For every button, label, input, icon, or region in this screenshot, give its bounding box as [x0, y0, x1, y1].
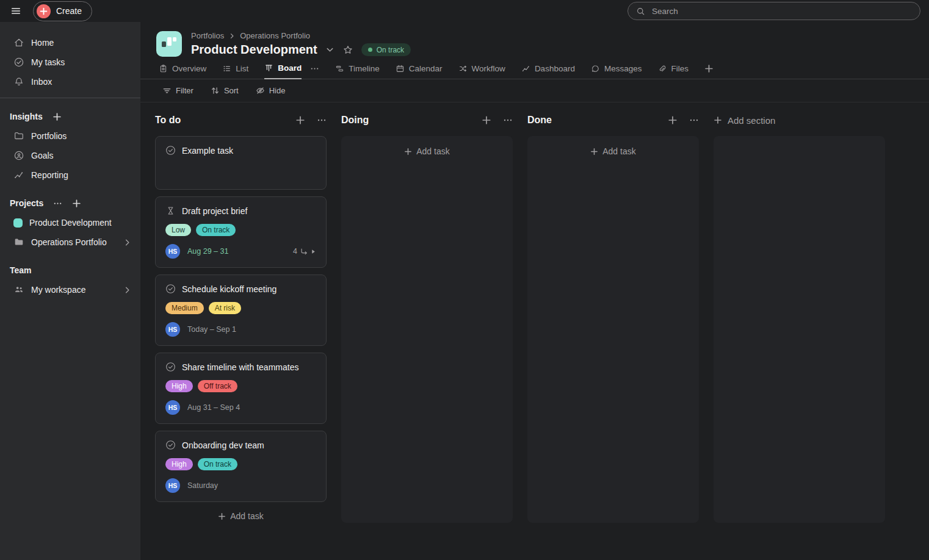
tab-more-button[interactable]: [310, 64, 319, 79]
tab-timeline[interactable]: Timeline: [335, 64, 380, 79]
tab-messages[interactable]: Messages: [591, 64, 642, 79]
task-card[interactable]: Example task: [155, 136, 327, 190]
column-more-icon[interactable]: [689, 115, 699, 125]
clipboard-icon: [159, 64, 168, 73]
avatar[interactable]: HS: [165, 478, 180, 493]
sort-button[interactable]: Sort: [211, 86, 239, 95]
workflow-icon: [458, 64, 468, 73]
sidebar-item-label: Inbox: [31, 77, 52, 87]
column-drop-area[interactable]: Add task: [527, 136, 699, 523]
tab-workflow[interactable]: Workflow: [458, 64, 505, 79]
avatar[interactable]: HS: [165, 322, 180, 337]
sidebar-item-label: My workspace: [31, 285, 85, 295]
status-dot-icon: [368, 48, 372, 52]
priority-tag[interactable]: Medium: [165, 302, 204, 314]
search-bar[interactable]: [627, 2, 920, 20]
sidebar-item-inbox[interactable]: Inbox: [0, 72, 140, 92]
sidebar-item-home[interactable]: Home: [0, 33, 140, 52]
plus-icon: [590, 148, 598, 156]
chevron-right-icon[interactable]: [123, 238, 132, 247]
tab-board[interactable]: Board: [264, 63, 302, 79]
add-task-button[interactable]: Add task: [404, 146, 449, 156]
subtask-indicator[interactable]: 4: [293, 247, 316, 256]
task-title: Onboarding dev team: [182, 440, 264, 450]
task-card[interactable]: Onboarding dev team High On track HS Sat…: [155, 431, 327, 502]
due-date: Aug 29 – 31: [187, 247, 228, 256]
avatar[interactable]: HS: [165, 400, 180, 415]
tab-files[interactable]: Files: [657, 64, 689, 79]
add-section-label: Add section: [728, 115, 775, 126]
status-badge[interactable]: On track: [361, 43, 411, 56]
filter-button[interactable]: Filter: [162, 86, 193, 95]
board-icon: [264, 63, 273, 73]
create-button[interactable]: Create: [33, 1, 92, 21]
sidebar-toggle-button[interactable]: [9, 4, 23, 18]
search-input[interactable]: [651, 6, 912, 16]
chevron-down-icon[interactable]: [325, 45, 334, 54]
sidebar-item-label: Operations Portfolio: [31, 237, 107, 247]
check-circle-icon[interactable]: [165, 440, 176, 450]
tab-label: Dashboard: [535, 64, 575, 73]
breadcrumb-operations-portfolio[interactable]: Operations Portfolio: [240, 31, 310, 40]
add-insight-icon[interactable]: [52, 112, 62, 121]
add-task-icon[interactable]: [482, 115, 491, 125]
column-more-icon[interactable]: [503, 115, 513, 125]
status-tag[interactable]: At risk: [209, 302, 241, 314]
sidebar-item-reporting[interactable]: Reporting: [0, 165, 140, 185]
add-section-button[interactable]: Add section: [714, 115, 775, 126]
task-card[interactable]: Share timeline with teammates High Off t…: [155, 353, 327, 424]
check-circle-icon[interactable]: [165, 362, 176, 372]
breadcrumb-portfolios[interactable]: Portfolios: [191, 31, 224, 40]
priority-tag[interactable]: High: [165, 458, 193, 470]
board-toolbar: Filter Sort Hide: [140, 79, 929, 102]
column-more-icon[interactable]: [317, 115, 327, 125]
tab-overview[interactable]: Overview: [159, 64, 206, 79]
due-date: Today – Sep 1: [187, 325, 236, 334]
top-bar: Create: [0, 0, 929, 22]
tab-calendar[interactable]: Calendar: [396, 64, 443, 79]
sidebar-item-portfolios[interactable]: Portfolios: [0, 126, 140, 146]
priority-tag[interactable]: Low: [165, 224, 191, 236]
priority-tag[interactable]: High: [165, 380, 193, 392]
column-header: Done: [527, 113, 699, 127]
tab-dashboard[interactable]: Dashboard: [521, 64, 575, 79]
hourglass-icon: [165, 206, 176, 216]
task-card[interactable]: Schedule kickoff meeting Medium At risk …: [155, 275, 327, 346]
column-drop-area[interactable]: Add task: [341, 136, 513, 523]
avatar[interactable]: HS: [165, 244, 180, 259]
breadcrumb-chevron-icon: [228, 32, 236, 40]
add-task-icon[interactable]: [668, 115, 678, 125]
sidebar-item-operations-portfolio[interactable]: Operations Portfolio: [0, 232, 140, 252]
add-task-label: Add task: [416, 146, 449, 156]
task-title: Draft project brief: [182, 206, 247, 216]
status-tag[interactable]: On track: [198, 458, 237, 470]
add-task-button[interactable]: Add task: [155, 511, 327, 521]
chevron-right-icon[interactable]: [123, 285, 132, 295]
column-title: Done: [527, 115, 552, 126]
sidebar-item-my-tasks[interactable]: My tasks: [0, 52, 140, 72]
status-tag[interactable]: Off track: [198, 380, 237, 392]
expand-subtasks-icon[interactable]: [311, 249, 316, 254]
tab-list[interactable]: List: [222, 64, 248, 79]
folder-filled-icon: [13, 237, 24, 248]
column-header: To do: [155, 113, 327, 127]
due-date: Aug 31 – Sep 4: [187, 403, 240, 412]
hide-button[interactable]: Hide: [256, 86, 286, 95]
status-tag[interactable]: On track: [196, 224, 236, 236]
add-task-button[interactable]: Add task: [590, 146, 635, 156]
add-section-drop-area[interactable]: [714, 136, 885, 523]
check-circle-icon[interactable]: [165, 284, 176, 294]
task-card[interactable]: Draft project brief Low On track HS Aug …: [155, 196, 327, 268]
sidebar-item-goals[interactable]: Goals: [0, 146, 140, 165]
add-project-icon[interactable]: [72, 199, 81, 208]
sidebar-item-my-workspace[interactable]: My workspace: [0, 280, 140, 300]
check-circle-icon[interactable]: [165, 145, 176, 156]
add-tab-button[interactable]: [704, 64, 714, 79]
more-icon[interactable]: [53, 199, 62, 208]
sidebar-section-title: Insights: [10, 112, 43, 121]
chart-line-icon: [13, 170, 24, 181]
add-task-icon[interactable]: [295, 115, 305, 125]
star-icon[interactable]: [342, 45, 353, 56]
paperclip-icon: [657, 64, 667, 73]
sidebar-item-product-development[interactable]: Product Development: [0, 213, 140, 232]
